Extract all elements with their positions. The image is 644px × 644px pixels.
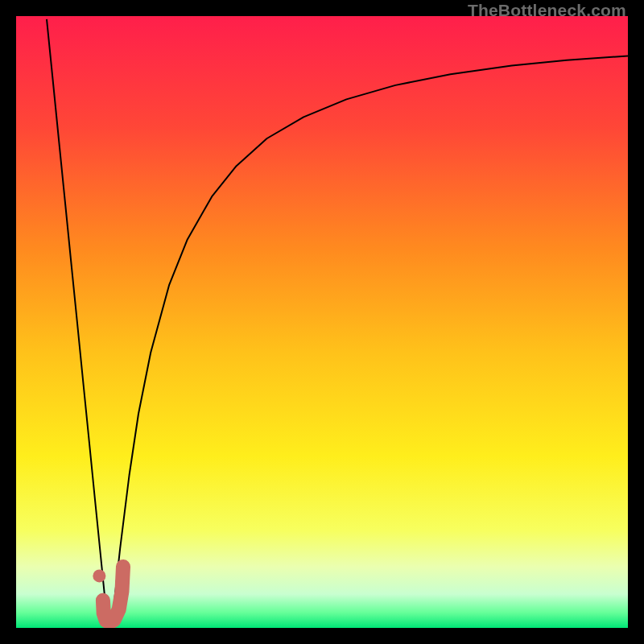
point-dot <box>93 569 105 582</box>
background-gradient <box>16 16 628 628</box>
watermark-text: TheBottleneck.com <box>468 1 626 20</box>
chart-plot-area <box>16 16 628 628</box>
chart-svg <box>16 16 628 628</box>
chart-frame: TheBottleneck.com <box>0 0 644 644</box>
points-layer <box>93 569 105 582</box>
